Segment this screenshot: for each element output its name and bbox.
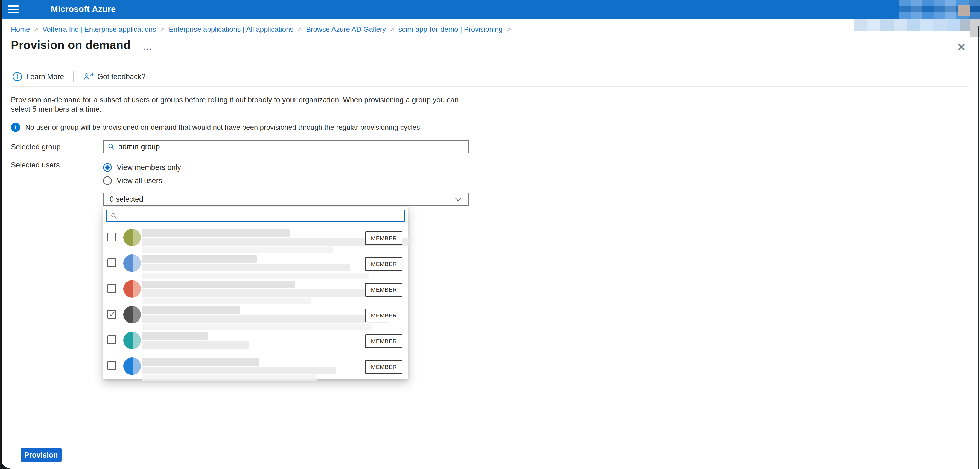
info-note-text: No user or group will be provisioned on-… — [25, 123, 422, 132]
provision-button[interactable]: Provision — [21, 448, 62, 462]
redacted-member-email — [142, 367, 336, 374]
users-dropdown-flyout: MEMBER MEMBER MEMBER MEMBER MEMBER MEMBE — [103, 207, 408, 379]
got-feedback-button[interactable]: Got feedback? — [83, 72, 145, 81]
member-type-badge: MEMBER — [365, 283, 402, 297]
redacted-member-name — [142, 332, 208, 340]
learn-more-button[interactable]: i Learn More — [13, 72, 64, 81]
breadcrumb-separator: > — [507, 26, 511, 33]
redacted-member-name — [142, 358, 259, 365]
command-bar: i Learn More Got feedback? — [13, 69, 145, 84]
member-type-badge: MEMBER — [365, 257, 402, 271]
member-list-item[interactable]: MEMBER — [107, 329, 405, 355]
radio-view-all-users[interactable]: View all users — [103, 175, 162, 185]
breadcrumb-link[interactable]: Browse Azure AD Gallery — [306, 25, 386, 34]
member-avatar — [123, 280, 141, 298]
selected-users-label: Selected users — [11, 161, 60, 169]
chevron-down-icon — [454, 197, 462, 202]
member-search-box[interactable] — [107, 210, 405, 222]
breadcrumb: Home > Volterra Inc | Enterprise applica… — [11, 23, 515, 35]
member-checkbox[interactable] — [107, 258, 116, 267]
redacted-member-name — [142, 281, 295, 289]
dropdown-selected-value: 0 selected — [110, 195, 143, 204]
member-avatar — [123, 332, 141, 349]
member-avatar — [123, 306, 141, 324]
page-title: Provision on demand — [11, 38, 130, 52]
radio-selected-icon — [103, 163, 112, 172]
selected-group-label: Selected group — [11, 143, 61, 151]
breadcrumb-link[interactable]: Home — [11, 25, 30, 34]
member-list-item[interactable]: MEMBER — [107, 226, 405, 252]
search-icon — [110, 212, 117, 219]
screenshot-left-edge — [0, 0, 2, 469]
member-list-item[interactable]: MEMBER — [107, 355, 405, 380]
member-list-item[interactable]: MEMBER — [107, 278, 405, 303]
selected-group-input[interactable] — [118, 142, 465, 151]
learn-more-label: Learn More — [26, 72, 64, 81]
redacted-member-name — [142, 306, 240, 314]
radio-view-members-only[interactable]: View members only — [103, 163, 181, 172]
footer-divider — [0, 444, 980, 444]
redacted-avatar — [958, 5, 970, 16]
toolbar-divider — [73, 71, 74, 82]
member-checkbox[interactable] — [107, 284, 116, 293]
azure-brand-title: Microsoft Azure — [51, 5, 116, 14]
member-type-badge: MEMBER — [365, 334, 402, 348]
member-checkbox[interactable] — [107, 233, 116, 241]
search-icon — [107, 143, 115, 150]
member-list-item[interactable]: MEMBER — [107, 303, 405, 329]
member-search-input[interactable] — [117, 212, 401, 220]
info-note: i No user or group will be provisioned o… — [11, 123, 422, 132]
close-icon[interactable]: ✕ — [954, 40, 969, 54]
redacted-member-name — [142, 229, 290, 237]
scrollbar-edge — [978, 26, 980, 469]
breadcrumb-link[interactable]: Enterprise applications | All applicatio… — [169, 25, 293, 34]
info-filled-icon: i — [11, 123, 20, 132]
member-type-badge: MEMBER — [365, 309, 402, 322]
member-list: MEMBER MEMBER MEMBER MEMBER MEMBER MEMBE — [107, 226, 405, 380]
member-type-badge: MEMBER — [365, 360, 402, 374]
member-avatar — [123, 229, 141, 246]
member-checkbox[interactable] — [107, 361, 116, 370]
redacted-member-name — [142, 255, 257, 263]
radio-members-label: View members only — [117, 163, 181, 172]
redacted-member-detail — [142, 375, 317, 381]
breadcrumb-separator: > — [34, 26, 38, 33]
window-corner-artifact — [0, 457, 12, 469]
member-avatar — [123, 357, 141, 375]
selected-group-field[interactable] — [103, 140, 469, 153]
redacted-account-strip — [854, 19, 973, 31]
azure-top-bar: Microsoft Azure — [0, 0, 980, 19]
redacted-member-email — [142, 289, 377, 297]
info-icon: i — [13, 72, 22, 81]
breadcrumb-separator: > — [161, 26, 164, 33]
redacted-member-email — [142, 341, 248, 349]
member-avatar — [123, 254, 141, 272]
command-bar-divider — [11, 86, 969, 87]
redacted-member-email — [142, 315, 388, 323]
member-checkbox[interactable] — [107, 335, 116, 344]
feedback-smile-icon — [83, 72, 93, 81]
member-list-item[interactable]: MEMBER — [107, 252, 405, 278]
breadcrumb-separator: > — [298, 26, 302, 33]
member-checkbox[interactable] — [107, 310, 116, 319]
got-feedback-label: Got feedback? — [97, 72, 145, 81]
breadcrumb-link[interactable]: scim-app-for-demo | Provisioning — [398, 25, 503, 34]
redacted-member-email — [142, 264, 350, 271]
users-dropdown[interactable]: 0 selected — [103, 193, 469, 206]
hamburger-menu-icon[interactable] — [2, 0, 25, 19]
radio-all-label: View all users — [117, 177, 162, 185]
overflow-menu-icon[interactable]: … — [142, 40, 153, 52]
redacted-account-area[interactable] — [899, 0, 980, 19]
member-type-badge: MEMBER — [365, 231, 402, 245]
breadcrumb-separator: > — [390, 26, 394, 33]
breadcrumb-link[interactable]: Volterra Inc | Enterprise applications — [42, 25, 156, 34]
page-description: Provision on-demand for a subset of user… — [11, 95, 476, 114]
radio-unselected-icon — [103, 176, 112, 185]
